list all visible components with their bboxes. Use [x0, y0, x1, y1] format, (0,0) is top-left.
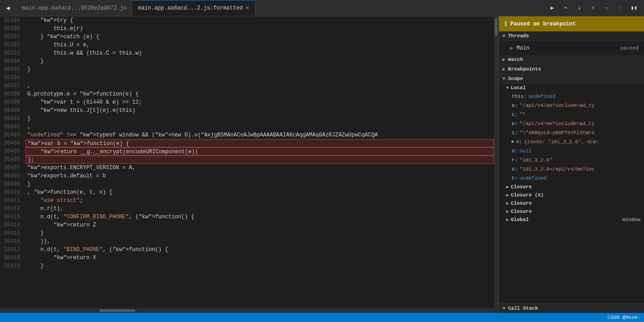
- code-line[interactable]: "kw">return __g.__encrypt(encodeURICompo…: [25, 147, 494, 156]
- paused-banner: ℹ Paused on breakpoint: [499, 16, 644, 31]
- watch-section-header[interactable]: ▶ Watch: [499, 55, 644, 65]
- code-line[interactable]: "kw">new this.J[t](e).e(this): [25, 106, 494, 115]
- code-line[interactable]: this.U = e,: [25, 41, 494, 49]
- scope-item: this: undefined: [499, 92, 644, 101]
- code-line[interactable]: "kw">var b = "kw">function(e) {: [25, 139, 494, 147]
- scope-section-header[interactable]: ▼ Scope: [499, 74, 644, 84]
- code-line[interactable]: "kw">exports.default = b: [25, 172, 494, 180]
- closure-section-header[interactable]: ▶Closure: [499, 207, 644, 216]
- scope-value: "101_3_2.0+/api/v4/me?inc: [519, 166, 594, 173]
- line-number: 36395: [4, 65, 20, 74]
- code-line[interactable]: }: [25, 262, 494, 270]
- tab-2[interactable]: main.app.aa6acd...2.js:formatted ×: [132, 0, 255, 16]
- code-line[interactable]: "kw">return Z: [25, 221, 494, 229]
- line-number: 36398: [4, 90, 20, 98]
- main-thread-item[interactable]: ▶ Main paused: [499, 43, 644, 53]
- debug-toolbar-actions: ▶ ↷ ⇓ ⇑ → ⊘ ▮▮: [542, 2, 644, 15]
- code-line[interactable]: , "kw">function(e, t, n) {: [25, 188, 494, 196]
- tab-1[interactable]: main.app.aa6acd...9528e2ad872.js: [16, 0, 132, 16]
- tab-2-close-button[interactable]: ×: [246, 5, 249, 12]
- code-line[interactable]: this.e(r): [25, 25, 494, 33]
- line-number: 36399: [4, 98, 20, 106]
- code-line[interactable]: ,: [25, 123, 494, 131]
- editor-pane: 3638936390363913639236393363943639536396…: [0, 16, 494, 313]
- code-line[interactable]: n.d(t, "BIND_PHONE", ("kw">function() {: [25, 246, 494, 254]
- breakpoints-section-header[interactable]: ▶ Breakpoints: [499, 65, 644, 74]
- local-scope-header[interactable]: ▼ Local: [499, 84, 644, 92]
- code-line[interactable]: "undefined" !== "kw">typeof window && ("…: [25, 131, 494, 139]
- code-line[interactable]: }: [25, 180, 494, 188]
- threads-section-header[interactable]: ▼ Threads: [499, 31, 644, 41]
- scroll-thumb: [495, 18, 498, 36]
- code-line[interactable]: }: [25, 115, 494, 123]
- closure-label: Closure (X): [511, 192, 544, 198]
- code-line[interactable]: }: [25, 57, 494, 65]
- resume-button[interactable]: ▶: [546, 2, 558, 15]
- scope-item: c: "": [499, 110, 644, 119]
- main-thread-status: paused: [620, 45, 639, 51]
- paused-banner-label: Paused on breakpoint: [510, 21, 576, 27]
- scope-label: Scope: [508, 76, 523, 81]
- code-line[interactable]: [25, 74, 494, 82]
- scope-expand-icon: ▶: [512, 138, 514, 146]
- code-line[interactable]: } "kw">catch (e) {: [25, 33, 494, 41]
- scope-item: a: "/api/v4/me?include=ad_ty: [499, 101, 644, 110]
- code-line[interactable]: n.d(t, "CONFIRM_BIND_PHONE", ("kw">funct…: [25, 213, 494, 221]
- code-container[interactable]: 3638936390363913639236393363943639536396…: [0, 16, 494, 308]
- closure-section-header[interactable]: ▶Closure (X): [499, 191, 644, 199]
- code-line[interactable]: };: [25, 156, 494, 164]
- main-area: 3638936390363913639236393363943639536396…: [0, 16, 644, 313]
- code-line[interactable]: "kw">try {: [25, 16, 494, 25]
- line-number: 36413: [4, 213, 20, 221]
- code-line[interactable]: n.r(t),: [25, 205, 494, 213]
- scope-item[interactable]: ▶ n: {zse93: '101_3_2.0', dc0:: [499, 137, 644, 146]
- line-number: 36407: [4, 164, 20, 172]
- code-line[interactable]: "kw">return X: [25, 254, 494, 262]
- step-over-button[interactable]: ↷: [559, 2, 572, 15]
- sidebar-toggle-button[interactable]: ◀: [0, 0, 16, 16]
- code-line[interactable]: "kw">var t = (61440 & e) >> 12;: [25, 98, 494, 106]
- call-stack-section[interactable]: ▼ Call Stack: [499, 303, 644, 313]
- step-out-button[interactable]: ⇑: [587, 2, 599, 15]
- scope-key: s:: [512, 166, 518, 173]
- scope-item: i: "\"ABBQsL0-pBOPTnYFlICWrA: [499, 128, 644, 137]
- pause-button[interactable]: ▮▮: [628, 2, 640, 15]
- debug-sections[interactable]: ▼ Threads ▶ Main paused ▶ Watch ▶: [499, 31, 644, 303]
- line-number: 36419: [4, 262, 20, 270]
- sidebar-toggle-icon: ◀: [6, 4, 10, 12]
- deactivate-button[interactable]: ⊘: [614, 2, 627, 15]
- bottom-scrollbar[interactable]: [0, 308, 494, 313]
- step-into-button[interactable]: ⇓: [573, 2, 586, 15]
- line-number: 36390: [4, 25, 20, 33]
- code-line[interactable]: "kw">exports.ENCRYPT_VERSION = A,: [25, 164, 494, 172]
- code-line[interactable]: )),: [25, 237, 494, 246]
- closure-section-header[interactable]: ▶GlobalWindow: [499, 216, 644, 224]
- line-number: 36401: [4, 115, 20, 123]
- code-line[interactable]: }: [25, 65, 494, 74]
- line-number: 36393: [4, 49, 20, 57]
- code-line[interactable]: G.prototype.e = "kw">function(e) {: [25, 90, 494, 98]
- tab-1-label: main.app.aa6acd...9528e2ad872.js: [22, 5, 126, 11]
- closure-section-header[interactable]: ▶Closure: [499, 183, 644, 191]
- line-number: 36409: [4, 180, 20, 188]
- line-number: 36417: [4, 246, 20, 254]
- scope-value: "/api/v4/me?include=ad_ty: [519, 102, 594, 109]
- scope-value: "": [519, 111, 525, 118]
- main-thread-label: Main: [516, 45, 529, 51]
- threads-chevron-icon: ▼: [503, 34, 505, 39]
- debug-panel: ℹ Paused on breakpoint ▼ Threads ▶ Main …: [498, 16, 644, 313]
- line-number: 36418: [4, 254, 20, 262]
- line-number: 36408: [4, 172, 20, 180]
- code-line[interactable]: }: [25, 229, 494, 237]
- line-numbers: 3638936390363913639236393363943639536396…: [0, 16, 25, 308]
- closure-section-header[interactable]: ▶Closure: [499, 199, 644, 207]
- code-line[interactable]: ,: [25, 82, 494, 90]
- code-line[interactable]: "use strict";: [25, 196, 494, 205]
- line-number: 36416: [4, 237, 20, 246]
- step-forward-button[interactable]: →: [600, 2, 613, 15]
- code-line[interactable]: this.w && (this.C = this.w): [25, 49, 494, 57]
- scope-value: undefined: [519, 175, 546, 182]
- editor-scrollbar[interactable]: [494, 16, 498, 313]
- thread-arrow-icon: ▶: [510, 44, 513, 52]
- scope-key: o:: [512, 147, 518, 155]
